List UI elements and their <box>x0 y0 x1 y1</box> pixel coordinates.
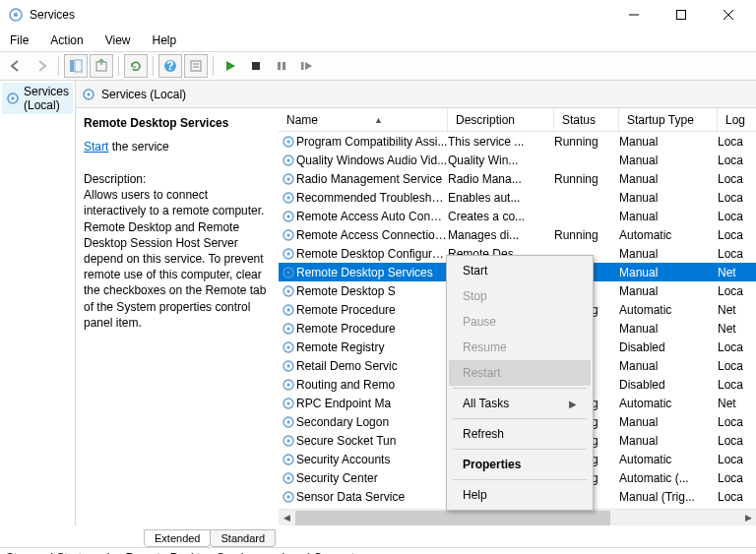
cell-description: Quality Win... <box>448 154 554 167</box>
start-service-button[interactable] <box>219 54 242 78</box>
cell-logon: Loca <box>718 378 756 392</box>
ctx-start[interactable]: Start <box>449 258 591 283</box>
svg-rect-17 <box>301 62 304 70</box>
ctx-all-tasks[interactable]: All Tasks▶ <box>449 391 591 416</box>
show-hide-tree-button[interactable] <box>64 54 88 78</box>
scroll-right-arrow[interactable]: ▶ <box>740 510 756 526</box>
selected-service-heading: Remote Desktop Services <box>84 116 271 130</box>
svg-point-59 <box>287 476 290 479</box>
col-header-status[interactable]: Status <box>554 108 619 131</box>
status-bar: Stop and Start service Remote Desktop Se… <box>0 547 756 554</box>
close-button[interactable] <box>709 3 748 27</box>
horizontal-scrollbar[interactable]: ◀ ▶ <box>279 509 756 525</box>
start-service-link[interactable]: Start <box>84 140 108 154</box>
menu-file[interactable]: File <box>6 31 32 49</box>
col-header-logon[interactable]: Log <box>718 108 756 131</box>
list-header: Name▲ Description Status Startup Type Lo… <box>279 108 756 132</box>
tree-node-services-local[interactable]: Services (Local) <box>2 83 73 114</box>
scrollbar-thumb[interactable] <box>295 511 610 525</box>
cell-logon: Loca <box>718 471 756 485</box>
gear-icon <box>279 415 296 429</box>
col-header-startup[interactable]: Startup Type <box>619 108 718 131</box>
cell-startup: Manual <box>619 135 718 149</box>
ctx-help[interactable]: Help <box>449 482 591 508</box>
cell-name: Secure Socket Tun <box>296 434 448 448</box>
cell-logon: Loca <box>718 135 756 149</box>
ctx-properties[interactable]: Properties <box>449 452 591 477</box>
cell-startup: Manual <box>619 434 718 448</box>
gear-icon <box>82 88 95 101</box>
refresh-button[interactable] <box>124 54 148 78</box>
cell-logon: Net <box>718 303 756 317</box>
description-text: Allows users to connect interactively to… <box>84 187 271 331</box>
menu-help[interactable]: Help <box>149 31 181 49</box>
pause-service-button[interactable] <box>270 54 293 78</box>
cell-name: Remote Procedure <box>296 303 448 317</box>
gear-icon <box>279 228 296 242</box>
svg-point-27 <box>287 177 290 180</box>
ctx-restart: Restart <box>449 360 591 386</box>
properties-button[interactable] <box>184 54 208 78</box>
cell-name: Remote Procedure <box>296 322 448 336</box>
service-row[interactable]: Recommended Troublesho...Enables aut...M… <box>279 188 756 207</box>
cell-startup: Automatic <box>619 397 718 410</box>
tab-standard[interactable]: Standard <box>210 529 276 547</box>
back-button[interactable] <box>4 54 28 78</box>
cell-startup: Manual <box>619 210 718 223</box>
gear-icon <box>279 172 296 186</box>
cell-logon: Loca <box>718 453 756 466</box>
svg-point-35 <box>287 252 290 255</box>
menu-action[interactable]: Action <box>46 31 87 49</box>
cell-name: Quality Windows Audio Vid... <box>296 154 448 167</box>
minimize-button[interactable] <box>614 3 654 27</box>
stop-service-button[interactable] <box>244 54 268 78</box>
cell-startup: Manual <box>619 266 718 279</box>
service-row[interactable]: Remote Access Auto Conne...Creates a co.… <box>279 207 756 225</box>
gear-icon <box>6 92 20 105</box>
help-button[interactable]: ? <box>158 54 182 78</box>
cell-startup: Automatic (... <box>619 471 718 485</box>
cell-name: Remote Desktop S <box>296 284 448 298</box>
menu-view[interactable]: View <box>101 31 135 49</box>
svg-rect-16 <box>283 62 285 70</box>
col-header-description[interactable]: Description <box>448 108 554 131</box>
cell-name: Routing and Remo <box>296 378 448 392</box>
tab-extended[interactable]: Extended <box>144 529 211 547</box>
cell-name: Remote Desktop Services <box>296 266 448 279</box>
export-list-button[interactable] <box>90 54 113 78</box>
service-row[interactable]: Program Compatibility Assi...This servic… <box>279 132 756 151</box>
cell-startup: Manual <box>619 172 718 186</box>
svg-point-45 <box>287 345 290 348</box>
cell-name: RPC Endpoint Ma <box>296 397 448 410</box>
window-title: Services <box>30 8 614 22</box>
cell-description: Manages di... <box>448 228 554 242</box>
cell-startup: Manual <box>619 154 718 167</box>
cell-logon: Loca <box>718 434 756 448</box>
gear-icon <box>279 322 296 336</box>
console-tree-pane: Services (Local) <box>0 81 76 525</box>
col-header-name[interactable]: Name▲ <box>279 108 448 131</box>
service-row[interactable]: Remote Access Connection...Manages di...… <box>279 225 756 244</box>
link-suffix: the service <box>108 140 168 154</box>
gear-icon <box>279 135 296 149</box>
scroll-left-arrow[interactable]: ◀ <box>279 510 295 526</box>
restart-service-button[interactable] <box>295 54 319 78</box>
cell-logon: Loca <box>718 415 756 429</box>
forward-button[interactable] <box>30 54 53 78</box>
svg-point-21 <box>88 92 91 95</box>
service-row[interactable]: Quality Windows Audio Vid...Quality Win.… <box>279 151 756 169</box>
service-row[interactable]: Radio Management ServiceRadio Mana...Run… <box>279 169 756 188</box>
svg-point-49 <box>287 383 290 386</box>
right-pane-title: Services (Local) <box>101 88 186 101</box>
maximize-button[interactable] <box>662 3 701 27</box>
ctx-refresh[interactable]: Refresh <box>449 421 591 447</box>
cell-description: Creates a co... <box>448 210 554 223</box>
cell-startup: Manual <box>619 191 718 205</box>
gear-icon <box>279 434 296 448</box>
svg-point-53 <box>287 420 290 423</box>
svg-point-29 <box>287 196 290 199</box>
svg-rect-7 <box>75 60 82 72</box>
cell-status: Running <box>554 135 619 149</box>
cell-startup: Disabled <box>619 378 718 392</box>
description-label: Description: <box>84 171 271 187</box>
